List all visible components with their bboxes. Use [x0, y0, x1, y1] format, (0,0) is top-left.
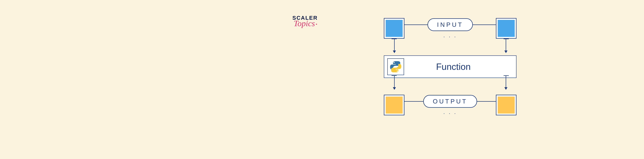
input-box [384, 18, 404, 39]
function-box: Function [384, 56, 516, 78]
svg-point-0 [394, 62, 395, 63]
function-flow-diagram: INPUT . . . Function OUTPU [384, 18, 516, 115]
output-box-fill [498, 96, 515, 114]
logo-topics-text: Topics [294, 19, 318, 28]
ellipsis: . . . [443, 109, 457, 115]
output-label-pill: OUTPUT [423, 95, 477, 108]
arrow-down-icon [394, 76, 395, 90]
output-box-fill [386, 96, 403, 114]
input-box [496, 18, 516, 39]
output-box [496, 95, 516, 115]
connector-line [477, 101, 496, 102]
output-box [384, 95, 404, 115]
connector-line [504, 76, 509, 76]
connector-line [404, 24, 428, 25]
connector-line [473, 24, 496, 25]
scaler-topics-logo: SCALER Topics [292, 15, 318, 28]
connector-line [404, 101, 423, 102]
input-label-pill: INPUT [428, 18, 473, 31]
svg-point-1 [397, 70, 398, 72]
arrow-down-icon [506, 76, 506, 90]
input-box-fill [498, 20, 515, 37]
connector-line [504, 39, 509, 39]
arrow-down-icon [394, 39, 395, 53]
ellipsis: . . . [443, 32, 457, 38]
function-label: Function [410, 62, 513, 72]
python-logo-icon [387, 58, 404, 75]
input-box-fill [386, 20, 403, 37]
arrow-down-icon [506, 39, 506, 53]
output-row: OUTPUT . . . [384, 95, 516, 115]
logo-dot-icon [316, 24, 317, 25]
input-row: INPUT . . . [384, 18, 516, 39]
